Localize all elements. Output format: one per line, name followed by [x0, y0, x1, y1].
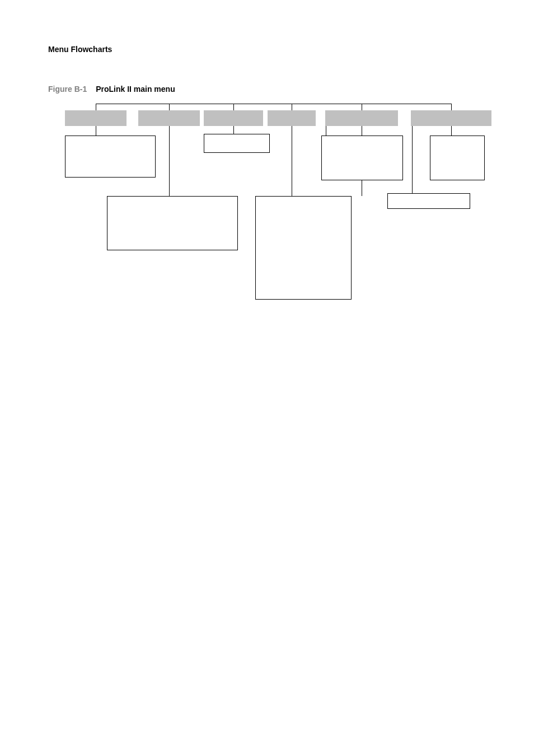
- flowchart-node-top-3: [204, 110, 263, 126]
- flowchart-node-top-4: [268, 110, 316, 126]
- flowchart-connector-vertical: [292, 104, 292, 110]
- flowchart-connector: [292, 126, 292, 196]
- flowchart-connector-vertical: [169, 104, 170, 110]
- flowchart-connector-vertical: [96, 104, 96, 110]
- flowchart-connector-vertical: [451, 104, 452, 110]
- flowchart-connector: [451, 126, 452, 136]
- flowchart-connector: [412, 126, 413, 193]
- flowchart-node-sub-g: [387, 193, 470, 209]
- figure-caption: Figure B-1 ProLink II main menu: [48, 85, 486, 94]
- flowchart-connector-vertical: [362, 104, 362, 110]
- flowchart-connector: [233, 126, 234, 134]
- flowchart-node-sub-a: [65, 136, 156, 178]
- flowchart-node-top-6: [411, 110, 491, 126]
- page-header: Menu Flowcharts: [48, 45, 486, 54]
- figure-label: Figure B-1: [48, 85, 87, 94]
- flowchart-node-sub-f: [255, 196, 352, 300]
- flowchart-node-top-5: [325, 110, 398, 126]
- flowchart-node-top-2: [138, 110, 200, 126]
- flowchart: [65, 104, 484, 311]
- flowchart-node-sub-e: [107, 196, 238, 250]
- flowchart-connector: [169, 126, 170, 196]
- flowchart-connector-vertical: [233, 104, 234, 110]
- flowchart-node-sub-d: [430, 136, 485, 180]
- flowchart-node-top-1: [65, 110, 127, 126]
- flowchart-connector-horizontal: [96, 104, 451, 104]
- flowchart-connector: [326, 126, 326, 136]
- flowchart-connector: [96, 126, 96, 136]
- flowchart-node-sub-b: [204, 134, 270, 153]
- figure-title: ProLink II main menu: [96, 85, 175, 94]
- flowchart-node-sub-c: [321, 136, 403, 180]
